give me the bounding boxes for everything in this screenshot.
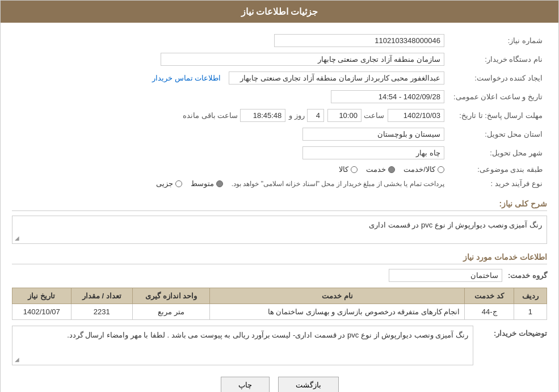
buyer-notes-label: توضیحات خریدار: [494,329,547,338]
category-value: کالا/خدمت خدمت کالا [12,162,449,176]
category-kala-radio[interactable] [351,166,358,173]
deadline-label: مهلت ارسال پاسخ: تا تاریخ: [449,106,547,125]
deadline-days-item: 4 روز و [289,109,324,122]
table-cell-quantity: 2231 [71,304,132,320]
announce-label: تاریخ و ساعت اعلان عمومی: [449,87,547,106]
city-label: شهر محل تحویل: [449,144,547,162]
org-name-field: سازمان منطقه آزاد تجاری صنعتی چابهار [161,53,444,66]
city-value: چاه بهار [12,144,449,162]
table-cell-need_date: 1402/10/07 [12,304,72,320]
purchase-type-value: پرداخت تمام یا بخشی از مبلغ خریدار از مح… [12,176,449,191]
page-title: جزئیات اطلاعات نیاز [241,7,318,16]
table-cell-service_code: ج-44 [465,304,514,320]
service-group-field: ساختمان [389,269,502,282]
org-name-row: نام دستگاه خریدار: سازمان منطقه آزاد تجا… [12,50,547,69]
deadline-time-field: 10:00 [327,109,362,122]
creator-value: عبدالغفور محبی کاربرداز سازمان منطقه آزا… [12,69,449,87]
category-khadamat-item: خدمت [366,165,395,174]
services-section-title: اطلاعات خدمات مورد نیاز [12,252,547,264]
deadline-row: مهلت ارسال پاسخ: تا تاریخ: 1402/10/03 سا… [12,106,547,125]
table-cell-row_num: 1 [514,304,547,320]
page-wrapper: جزئیات اطلاعات نیاز شماره نیاز: 11021033… [0,0,559,392]
purchase-type-note: پرداخت تمام یا بخشی از مبلغ خریدار از مح… [232,180,444,188]
province-value: سیستان و بلوچستان [12,125,449,144]
back-button[interactable]: بازگشت [278,377,339,392]
deadline-value: 1402/10/03 ساعت 10:00 4 روز و 18:45:48 [12,106,449,125]
org-name-label: نام دستگاه خریدار: [449,50,547,69]
table-row: 1ج-44انجام کارهای متفرقه درخصوص بازسازی … [12,304,547,320]
purchase-type-mootasat-radio[interactable] [216,180,223,187]
buyer-notes-label-col: توضیحات خریدار: [479,326,547,338]
need-description-title: شرح کلی نیاز: [12,199,547,211]
category-khadamat-label: خدمت [366,165,386,174]
page-header: جزئیات اطلاعات نیاز [1,1,558,23]
city-row: شهر محل تحویل: چاه بهار [12,144,547,162]
province-field: سیستان و بلوچستان [302,128,444,141]
category-label: طبقه بندی موضوعی: [449,162,547,176]
buyer-notes-resize: ◢ [15,356,19,363]
city-field: چاه بهار [302,146,444,159]
need-description-wrapper: رنگ آمیزی ونصب دیوارپوش از نوع pvc در قس… [12,216,547,244]
category-kala-label: کالا [339,165,348,174]
buttons-row: بازگشت چاپ [12,377,547,392]
col-unit: واحد اندازه گیری [132,288,210,304]
purchase-type-label: نوع فرآیند خرید : [449,176,547,191]
need-number-row: شماره نیاز: 1102103348000046 [12,31,547,50]
buyer-notes-box: رنگ آمیزی ونصب دیوارپوش از نوع pvc در قس… [12,326,473,365]
buyer-notes-row: توضیحات خریدار: رنگ آمیزی ونصب دیوارپوش … [12,326,547,365]
need-number-value: 1102103348000046 [12,31,449,50]
province-row: استان محل تحویل: سیستان و بلوچستان [12,125,547,144]
creator-field: عبدالغفور محبی کاربرداز سازمان منطقه آزا… [229,71,444,85]
main-content: شماره نیاز: 1102103348000046 نام دستگاه … [1,23,558,392]
announce-datetime-field: 1402/09/28 - 14:54 [331,90,444,103]
need-description-box[interactable]: رنگ آمیزی ونصب دیوارپوش از نوع pvc در قس… [12,216,547,244]
purchase-type-mootasat-label: متوسط [191,179,214,188]
need-description-text: رنگ آمیزی ونصب دیوارپوش از نوع pvc در قس… [369,221,542,229]
buyer-notes-text: رنگ آمیزی ونصب دیوارپوش از نوع pvc در قس… [67,331,468,339]
province-label: استان محل تحویل: [449,125,547,144]
service-group-label: گروه خدمت: [508,271,547,280]
category-kala-item: کالا [339,165,358,174]
purchase-type-jozi-item: جزیی [156,179,182,188]
info-section: شماره نیاز: 1102103348000046 نام دستگاه … [12,31,547,191]
deadline-days-field: 4 [307,109,324,122]
col-row-num: ردیف [514,288,547,304]
deadline-remaining-label: ساعت باقی مانده [183,111,238,120]
need-number-field: 1102103348000046 [274,34,444,47]
table-cell-unit: متر مربع [132,304,210,320]
announce-row: تاریخ و ساعت اعلان عمومی: 1402/09/28 - 1… [12,87,547,106]
org-name-value: سازمان منطقه آزاد تجاری صنعتی چابهار [12,50,449,69]
deadline-days-label: روز و [289,111,305,120]
deadline-remaining-item: 18:45:48 ساعت باقی مانده [183,109,285,122]
category-row: طبقه بندی موضوعی: کالا/خدمت خدمت [12,162,547,176]
services-table: ردیف کد خدمت نام خدمت واحد اندازه گیری ت… [12,288,547,320]
purchase-type-jozi-radio[interactable] [175,180,182,187]
need-number-label: شماره نیاز: [449,31,547,50]
resize-handle: ◢ [15,235,19,241]
creator-row: ایجاد کننده درخواست: عبدالغفور محبی کارب… [12,69,547,87]
deadline-date-field: 1402/10/03 [388,109,444,122]
contact-link[interactable]: اطلاعات تماس خریدار [152,74,221,82]
purchase-type-jozi-label: جزیی [156,179,173,188]
category-khadamat-radio[interactable] [388,166,395,173]
creator-label: ایجاد کننده درخواست: [449,69,547,87]
col-need-date: تاریخ نیاز [12,288,72,304]
purchase-type-row: نوع فرآیند خرید : پرداخت تمام یا بخشی از… [12,176,547,191]
service-group-row: گروه خدمت: ساختمان [12,269,547,282]
table-cell-service_name: انجام کارهای متفرقه درخصوص بازسازی و بهس… [210,304,465,320]
announce-value: 1402/09/28 - 14:54 [12,87,449,106]
deadline-time-item: ساعت 10:00 [327,109,384,122]
buyer-notes-content: رنگ آمیزی ونصب دیوارپوش از نوع pvc در قس… [12,326,473,365]
deadline-date-item: 1402/10/03 [388,109,444,122]
category-kala-khadamat-item: کالا/خدمت [404,165,444,174]
deadline-remaining-field: 18:45:48 [240,109,285,122]
purchase-type-mootasat-item: متوسط [191,179,223,188]
col-service-code: کد خدمت [465,288,514,304]
print-button[interactable]: چاپ [221,377,270,392]
category-kala-khadamat-radio[interactable] [438,166,444,173]
category-kala-khadamat-label: کالا/خدمت [404,165,435,174]
col-service-name: نام خدمت [210,288,465,304]
col-quantity: تعداد / مقدار [71,288,132,304]
deadline-time-label: ساعت [364,111,384,120]
